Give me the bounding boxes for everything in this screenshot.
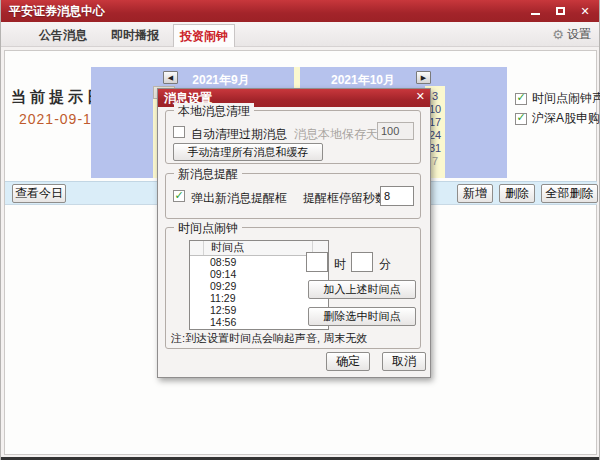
manual-clean-button[interactable]: 手动清理所有消息和缓存 [173, 143, 323, 161]
cancel-button[interactable]: 取消 [382, 352, 426, 371]
ok-button[interactable]: 确定 [326, 352, 370, 371]
keep-days-input[interactable] [377, 122, 414, 140]
popup-reminder-label: 弹出新消息提醒框 [191, 190, 287, 207]
tab-label: 投资闹钟 [180, 28, 228, 45]
tab-announcements[interactable]: 公告消息 [31, 24, 95, 46]
tab-investment-alarm[interactable]: 投资闹钟 [173, 24, 235, 47]
window-controls: ✕ [527, 0, 593, 22]
message-settings-dialog: 消息设置 ✕ 本地消息清理 自动清理过期消息 消息本地保存天数： 手动清理所有消… [157, 88, 431, 378]
minimize-icon [531, 13, 540, 15]
minute-input[interactable] [351, 252, 373, 272]
time-table-header-label: 时间点 [204, 241, 312, 255]
calendar-month-right: 2021年10月 [323, 72, 403, 89]
check-icon: ✓ [516, 92, 525, 103]
add-button[interactable]: 新增 [457, 184, 493, 203]
titlebar: 平安证券消息中心 ✕ [1, 0, 599, 22]
add-time-point-button[interactable]: 加入上述时间点 [308, 280, 416, 299]
group-legend: 新消息提醒 [174, 166, 242, 183]
view-today-button[interactable]: 查看今日 [12, 184, 66, 203]
group-legend: 本地消息清理 [174, 103, 254, 120]
check-icon: ✓ [174, 190, 183, 201]
minute-label: 分 [379, 256, 391, 273]
window-title: 平安证券消息中心 [9, 3, 105, 20]
app-window: 平安证券消息中心 ✕ 公告消息 即时播报 投资闹钟 ⚙ 设置 当前提示日 202… [0, 0, 600, 460]
check-icon: ✓ [516, 112, 525, 123]
group-time-alarm: 时间点闹钟 时间点 08:59 09:14 09:29 11:29 12:59 … [165, 227, 421, 349]
time-table-gutter [190, 241, 204, 255]
calendar-next-button[interactable]: ▶ [416, 71, 431, 84]
hour-label: 时 [334, 256, 346, 273]
checkbox-popup-reminder[interactable]: ✓ [173, 190, 185, 202]
close-icon: ✕ [416, 90, 425, 102]
tab-live-broadcast[interactable]: 即时播报 [103, 24, 167, 46]
delete-button[interactable]: 删除 [499, 184, 535, 203]
option-a-share-subscription-reminder[interactable]: ✓ 沪深A股申购提醒 [515, 110, 600, 127]
minimize-button[interactable] [527, 3, 543, 19]
stay-seconds-input[interactable] [380, 186, 414, 206]
group-legend: 时间点闹钟 [174, 220, 242, 237]
settings-button[interactable]: ⚙ 设置 [552, 22, 591, 46]
maximize-button[interactable] [552, 3, 568, 19]
group-new-message-reminder: 新消息提醒 ✓ 弹出新消息提醒框 提醒框停留秒数： [165, 173, 421, 219]
checkbox-a-share-reminder[interactable]: ✓ [515, 113, 527, 125]
option-alarm-sound[interactable]: ✓ 时间点闹钟声音 [515, 90, 600, 107]
chevron-left-icon: ◀ [168, 74, 173, 82]
settings-label: 设置 [567, 26, 591, 43]
dialog-close-button[interactable]: ✕ [416, 90, 425, 103]
tab-label: 即时播报 [111, 27, 159, 44]
alarm-note: 注:到达设置时间点会响起声音, 周末无效 [171, 331, 367, 346]
calendar-prev-button[interactable]: ◀ [163, 71, 178, 84]
maximize-icon [556, 7, 565, 15]
tab-bar: 公告消息 即时播报 投资闹钟 ⚙ 设置 [1, 22, 599, 47]
delete-all-button[interactable]: 全部删除 [541, 184, 598, 203]
chevron-right-icon: ▶ [421, 74, 426, 82]
group-local-cleanup: 本地消息清理 自动清理过期消息 消息本地保存天数： 手动清理所有消息和缓存 [165, 110, 421, 164]
current-day-value: 2021-09-18 [19, 111, 101, 127]
option-label: 时间点闹钟声音 [532, 90, 600, 107]
delete-time-point-button[interactable]: 删除选中时间点 [308, 307, 416, 326]
checkbox-auto-clean[interactable] [173, 126, 185, 138]
gear-icon: ⚙ [552, 28, 564, 41]
hour-input[interactable] [306, 252, 328, 272]
auto-clean-label: 自动清理过期消息 [191, 126, 287, 143]
option-label: 沪深A股申购提醒 [532, 110, 600, 127]
checkbox-alarm-sound[interactable]: ✓ [515, 93, 527, 105]
close-icon: ✕ [580, 5, 589, 18]
close-button[interactable]: ✕ [577, 3, 593, 19]
tab-label: 公告消息 [39, 27, 87, 44]
calendar-month-left: 2021年9月 [181, 72, 261, 89]
